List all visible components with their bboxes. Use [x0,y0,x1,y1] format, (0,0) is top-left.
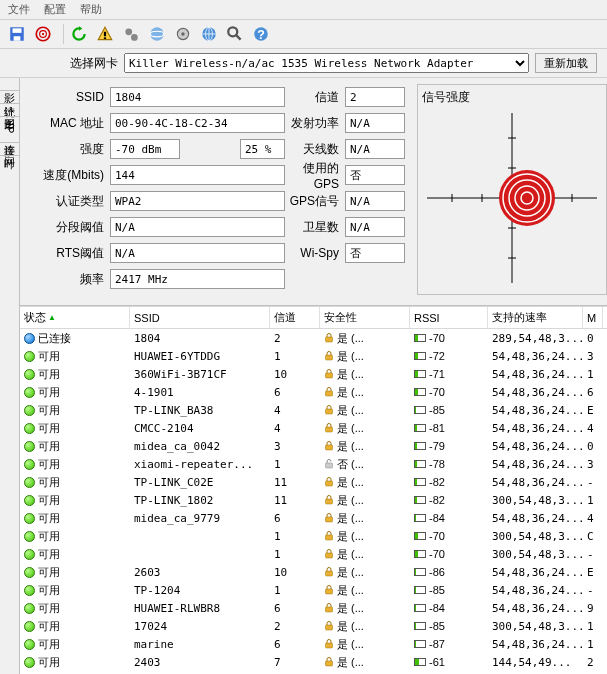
table-row[interactable]: 可用24037是 (...-61144,54,49...2 [20,653,607,671]
svg-rect-42 [326,463,333,468]
table-row[interactable]: 可用midea_ca_00423是 (...-7954,48,36,24...0 [20,437,607,455]
label-frag: 分段阈值 [30,219,110,236]
adapter-row: 选择网卡 Killer Wireless-n/a/ac 1535 Wireles… [0,49,607,78]
reload-button[interactable]: 重新加载 [535,53,597,73]
table-row[interactable]: 可用midea_ca_97796是 (...-8454,48,36,24...4 [20,509,607,527]
status-icon [24,369,35,380]
rssi-bar-icon [414,388,426,396]
rssi-bar-icon [414,568,426,576]
header-status[interactable]: 状态▲ [20,307,130,328]
radar-icon [422,108,602,288]
gears-icon[interactable] [120,23,142,45]
table-row[interactable]: 可用170242是 (...-85300,54,48,3...1 [20,617,607,635]
value-strength-pct[interactable]: 25 % [240,139,285,159]
side-tab-3[interactable]: IP 连接 [0,117,19,143]
status-icon [24,639,35,650]
svg-text:?: ? [257,28,265,42]
status-icon [24,603,35,614]
svg-point-5 [42,33,44,35]
table-row[interactable]: 可用TP-LINK_180211是 (...-82300,54,48,3...1 [20,491,607,509]
side-tabs: 影 统计 形图 IP 连接 网叶 [0,78,20,674]
globe-icon[interactable] [198,23,220,45]
table-row[interactable]: 可用TP-LINK_C02E11是 (...-8254,48,36,24...- [20,473,607,491]
label-txpower: 发射功率 [285,115,345,132]
rssi-bar-icon [414,334,426,342]
label-rts: RTS阈值 [30,245,110,262]
table-row[interactable]: 可用TP-LINK_BA384是 (...-8554,48,36,24...E [20,401,607,419]
refresh-icon[interactable] [68,23,90,45]
side-tab-1[interactable]: 统计 [0,91,19,104]
header-rates[interactable]: 支持的速率 [488,307,583,328]
target-icon[interactable] [32,23,54,45]
table-row[interactable]: 可用1是 (...-70300,54,48,3...- [20,545,607,563]
value-rts[interactable]: N/A [110,243,285,263]
svg-point-30 [499,170,555,226]
table-row[interactable]: 可用260310是 (...-8654,48,36,24...E [20,563,607,581]
side-tab-2[interactable]: 形图 [0,104,19,117]
gps-icon[interactable] [146,23,168,45]
menu-help[interactable]: 帮助 [80,2,102,17]
svg-rect-47 [326,553,333,558]
status-icon [24,405,35,416]
table-row[interactable]: 可用CMCC-21044是 (...-8154,48,36,24...4 [20,419,607,437]
table-row[interactable]: 可用xiaomi-repeater...1否 (...-7854,48,36,2… [20,455,607,473]
rssi-bar-icon [414,658,426,666]
header-security[interactable]: 安全性 [320,307,410,328]
help-icon[interactable]: ? [250,23,272,45]
value-gpssig[interactable]: N/A [345,191,405,211]
status-icon [24,567,35,578]
table-row[interactable]: 可用HUAWEI-6YTDDG1是 (...-7254,48,36,24...3 [20,347,607,365]
value-txpower[interactable]: N/A [345,113,405,133]
menu-config[interactable]: 配置 [44,2,66,17]
table-row[interactable]: 可用4-19016是 (...-7054,48,36,24...6 [20,383,607,401]
value-channel[interactable]: 2 [345,87,405,107]
side-tab-0[interactable]: 影 [0,78,19,91]
rssi-bar-icon [414,550,426,558]
label-satellite: 卫星数 [285,219,345,236]
save-icon[interactable] [6,23,28,45]
grid-body[interactable]: 已连接18042是 (...-70289,54,48,3...0可用HUAWEI… [20,329,607,674]
svg-rect-40 [326,427,333,432]
rssi-bar-icon [414,460,426,468]
svg-rect-50 [326,607,333,612]
table-row[interactable]: 可用1是 (...-70300,54,48,3...C [20,527,607,545]
signal-title: 信号强度 [422,89,602,106]
value-satellite[interactable]: N/A [345,217,405,237]
header-rssi[interactable]: RSSI [410,307,488,328]
label-freq: 频率 [30,271,110,288]
header-channel[interactable]: 信道 [270,307,320,328]
svg-rect-39 [326,409,333,414]
value-strength-dbm[interactable]: -70 dBm [110,139,180,159]
rssi-bar-icon [414,604,426,612]
toolbar: ? [0,20,607,49]
table-row[interactable]: 已连接18042是 (...-70289,54,48,3...0 [20,329,607,347]
table-row[interactable]: 可用TP-12041是 (...-8554,48,36,24...- [20,581,607,599]
value-mac[interactable]: 00-90-4C-18-C2-34 [110,113,285,133]
value-ssid[interactable]: 1804 [110,87,285,107]
warning-icon[interactable] [94,23,116,45]
grid-header: 状态▲ SSID 信道 安全性 RSSI 支持的速率 M [20,306,607,329]
value-antenna[interactable]: N/A [345,139,405,159]
label-auth: 认证类型 [30,193,110,210]
adapter-select[interactable]: Killer Wireless-n/a/ac 1535 Wireless Net… [124,53,529,73]
search-icon[interactable] [224,23,246,45]
value-gps[interactable]: 否 [345,165,405,185]
svg-rect-35 [326,337,333,342]
header-ssid[interactable]: SSID [130,307,270,328]
table-row[interactable]: 可用HUAWEI-RLWBR86是 (...-8454,48,36,24...9 [20,599,607,617]
value-freq[interactable]: 2417 MHz [110,269,285,289]
side-tab-4[interactable]: 网叶 [0,143,19,156]
header-m[interactable]: M [583,307,603,328]
value-frag[interactable]: N/A [110,217,285,237]
table-row[interactable]: 可用360WiFi-3B71CF10是 (...-7154,48,36,24..… [20,365,607,383]
svg-point-10 [150,27,164,41]
menu-file[interactable]: 文件 [8,2,30,17]
svg-point-8 [125,28,132,35]
value-wispy[interactable]: 否 [345,243,405,263]
label-speed: 速度(Mbits) [30,167,110,184]
config-icon[interactable] [172,23,194,45]
svg-rect-6 [104,32,106,37]
table-row[interactable]: 可用marine6是 (...-8754,48,36,24...1 [20,635,607,653]
value-auth[interactable]: WPA2 [110,191,285,211]
value-speed[interactable]: 144 [110,165,285,185]
